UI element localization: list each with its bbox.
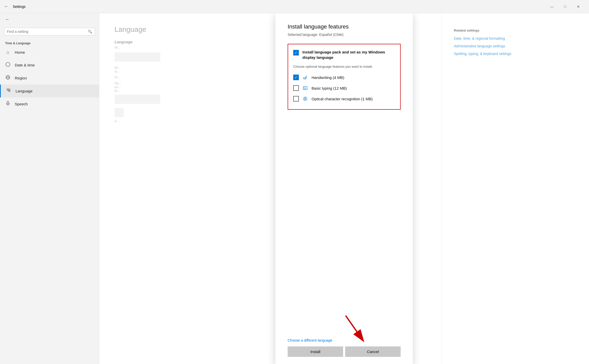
handwriting-label: Handwriting (4 MB) [312, 75, 344, 80]
home-icon: ⌂ [5, 50, 11, 55]
basic-typing-row: Basic typing (12 MB) [293, 83, 395, 93]
search-icon: 🔍 [88, 30, 92, 34]
basic-typing-label: Basic typing (12 MB) [312, 86, 347, 90]
sidebar: ← 🔍 Time & Language ⌂ Home Date & time R… [0, 13, 99, 364]
region-icon [5, 75, 11, 81]
title-bar: ← Settings — □ ✕ [0, 0, 589, 13]
handwriting-checkbox[interactable]: ✓ [293, 75, 299, 80]
display-language-label: Install language pack and set as my Wind… [302, 49, 395, 60]
back-icon[interactable]: ← [4, 4, 9, 9]
ocr-checkbox[interactable] [293, 96, 299, 102]
sidebar-item-language-label: Language [16, 89, 33, 93]
sidebar-item-speech-label: Speech [15, 102, 28, 106]
search-input[interactable] [7, 30, 86, 34]
back-nav-icon: ← [5, 17, 10, 22]
sidebar-item-datetime[interactable]: Date & time [0, 59, 99, 72]
ocr-label: Optical character recognition (1 MB) [312, 97, 373, 101]
handwriting-check: ✓ [294, 75, 298, 79]
main-checkbox-row: ✓ Install language pack and set as my Wi… [293, 49, 395, 60]
modal-buttons: Install Cancel [288, 346, 401, 357]
handwriting-icon [302, 75, 308, 80]
title-bar-left: ← Settings [4, 4, 26, 9]
ocr-icon [302, 96, 308, 102]
speech-icon [5, 101, 11, 107]
modal-overlay: Install language features Selected langu… [99, 13, 589, 364]
main-layout: ← 🔍 Time & Language ⌂ Home Date & time R… [0, 13, 589, 364]
choose-different-language-link[interactable]: Choose a different language [288, 338, 401, 342]
check-mark: ✓ [294, 51, 298, 55]
modal-title: Install language features [288, 23, 401, 30]
sidebar-item-region[interactable]: Region [0, 72, 99, 85]
svg-point-18 [305, 99, 305, 99]
sidebar-item-region-label: Region [15, 76, 27, 80]
sidebar-item-home-label: Home [15, 50, 25, 54]
maximize-button[interactable]: □ [558, 0, 572, 13]
ocr-row: Optical character recognition (1 MB) [293, 93, 395, 104]
handwriting-row: ✓ Handwriting (4 MB) [293, 72, 395, 83]
svg-point-1 [6, 63, 10, 66]
back-nav[interactable]: ← [0, 13, 99, 26]
sidebar-section-label: Time & Language [0, 39, 99, 46]
feature-selection-box: ✓ Install language pack and set as my Wi… [288, 44, 401, 110]
search-box[interactable]: 🔍 [4, 28, 95, 35]
cancel-button[interactable]: Cancel [345, 346, 401, 357]
install-button[interactable]: Install [288, 346, 343, 357]
sidebar-item-datetime-label: Date & time [15, 63, 35, 67]
minimize-button[interactable]: — [545, 0, 558, 13]
keyboard-icon [302, 85, 308, 91]
datetime-icon [5, 62, 11, 68]
close-button[interactable]: ✕ [572, 0, 585, 13]
content-area: Language Language W... W...la... Pr... A… [99, 13, 589, 364]
sidebar-item-speech[interactable]: Speech [0, 97, 99, 110]
modal-footer: Choose a different language Install Canc… [275, 333, 413, 364]
install-language-modal: Install language features Selected langu… [275, 13, 413, 364]
window-controls: — □ ✕ [545, 0, 585, 13]
optional-features-label: Choose optional language features you wa… [293, 65, 395, 68]
language-icon [6, 88, 11, 94]
svg-rect-5 [7, 101, 9, 104]
display-language-checkbox[interactable]: ✓ [293, 50, 299, 55]
sidebar-item-home[interactable]: ⌂ Home [0, 46, 99, 59]
basic-typing-checkbox[interactable] [293, 85, 299, 91]
sidebar-item-language[interactable]: Language [0, 85, 99, 97]
modal-subtitle: Selected language: Español (Chile) [288, 33, 401, 37]
app-title: Settings [13, 5, 26, 9]
svg-point-0 [6, 62, 10, 66]
